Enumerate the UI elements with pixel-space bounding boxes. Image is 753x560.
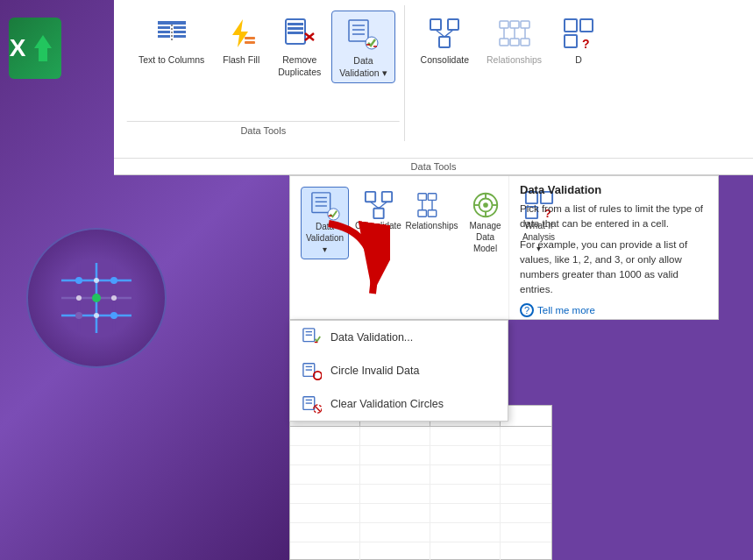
svg-rect-46 [510,21,519,28]
sheet-row-1 [290,427,551,446]
svg-marker-15 [34,35,52,61]
svg-rect-58 [311,193,330,213]
cell-t3[interactable] [290,465,360,484]
sheet-row-7 [290,542,551,560]
data-tools-section-label: Data Tools [127,121,400,136]
svg-point-12 [76,295,82,301]
cell-v6[interactable] [430,523,501,542]
svg-point-9 [75,312,82,319]
manage-data-model-label: ManageData Model [466,220,504,254]
flash-fill-button[interactable]: Flash Fill [215,11,267,83]
svg-rect-18 [158,31,170,33]
cell-u6[interactable] [360,523,430,542]
text-to-columns-label: Text to Columns [139,54,204,67]
manage-data-model-icon [471,190,501,220]
relationships-button[interactable]: Relationships [480,11,549,70]
data-validation-label: DataValidation ▾ [339,55,387,79]
svg-point-13 [111,295,117,301]
svg-text:?: ? [582,37,590,49]
svg-rect-56 [565,35,577,47]
svg-rect-28 [288,23,303,25]
spreadsheet: T U V [289,405,552,560]
svg-line-67 [370,202,378,209]
svg-rect-30 [288,32,303,34]
cell-u2[interactable] [360,446,430,464]
tooltip-body2: For example, you can provide a list of v… [520,237,707,298]
remove-duplicates-label: RemoveDuplicates [278,54,321,78]
svg-point-10 [110,312,117,319]
tooltip-body1: Pick from a list of rules to limit the t… [520,202,707,232]
cell-u1[interactable] [360,427,430,445]
more-tools-button[interactable]: ? D [552,11,605,70]
tell-me-more-link[interactable]: ? Tell me more [520,303,707,317]
svg-rect-17 [158,26,170,29]
relationships-sub-label: Relationships [405,220,458,231]
svg-rect-54 [565,19,577,32]
more-tools-icon: ? [559,14,598,53]
remove-duplicates-button[interactable]: RemoveDuplicates [271,11,328,83]
cell-u3[interactable] [360,465,430,484]
more-tools-label: D [575,54,582,67]
tooltip-title: Data Validation [520,183,707,196]
relationships-sub-button[interactable]: Relationships [408,187,456,259]
cell-v4[interactable] [430,485,501,503]
tooltip-panel: Data Validation Pick from a list of rule… [509,176,718,319]
data-tools-header: Data Tools [114,158,753,174]
help-icon: ? [520,303,534,317]
svg-rect-72 [428,194,436,201]
svg-line-43 [436,30,444,37]
sheet-row-5 [290,504,551,523]
svg-line-100 [315,406,321,412]
svg-rect-64 [365,192,374,202]
data-validation-icon [344,15,382,53]
relationships-sub-icon [417,190,447,220]
svg-rect-19 [158,35,170,38]
svg-rect-41 [448,19,458,30]
cell-v7[interactable] [430,542,501,560]
svg-rect-25 [245,37,255,39]
svg-point-6 [75,277,82,284]
svg-point-11 [94,278,99,283]
data-validation-item-label: Data Validation... [330,331,413,344]
dropdown-menu: Data Validation... Circle Invalid Data C… [289,320,508,422]
cell-t1[interactable] [290,427,360,445]
sheet-row-4 [290,485,551,504]
svg-point-79 [483,202,488,208]
circle-invalid-menu-item[interactable]: Circle Invalid Data [290,354,508,387]
cell-u5[interactable] [360,504,430,522]
cell-v3[interactable] [430,465,501,484]
circuit-icon [26,228,167,368]
sheet-row-2 [290,446,551,465]
manage-data-model-button[interactable]: ManageData Model [461,187,509,259]
consolidate-label: Consolidate [421,54,469,67]
clear-circles-menu-item[interactable]: Clear Validation Circles [290,387,508,421]
svg-rect-40 [430,19,441,30]
relationships-icon [495,14,534,53]
red-arrow [311,215,390,311]
cell-t7[interactable] [290,542,360,560]
cell-u7[interactable] [360,542,430,560]
circle-invalid-icon [302,361,322,380]
text-to-columns-button[interactable]: Text to Columns [131,11,211,83]
svg-rect-45 [500,21,508,28]
cell-t5[interactable] [290,504,360,522]
svg-rect-47 [521,21,529,28]
cell-t4[interactable] [290,485,360,503]
text-to-columns-section: Text to Columns Flash Fill [123,5,405,141]
svg-rect-21 [174,31,186,33]
cell-v5[interactable] [430,504,501,522]
sheet-row-6 [290,523,551,542]
data-validation-menu-item[interactable]: Data Validation... [290,321,508,354]
data-validation-button[interactable]: DataValidation ▾ [331,11,394,83]
svg-rect-22 [174,35,186,38]
cell-v2[interactable] [430,446,501,464]
ribbon-area: Text to Columns Flash Fill [114,0,753,175]
cell-t2[interactable] [290,446,360,464]
cell-v1[interactable] [430,427,501,445]
cell-u4[interactable] [360,485,430,503]
svg-rect-16 [158,21,186,25]
svg-rect-29 [288,27,303,30]
cell-t6[interactable] [290,523,360,542]
svg-line-68 [379,202,387,209]
consolidate-button[interactable]: Consolidate [414,11,476,70]
